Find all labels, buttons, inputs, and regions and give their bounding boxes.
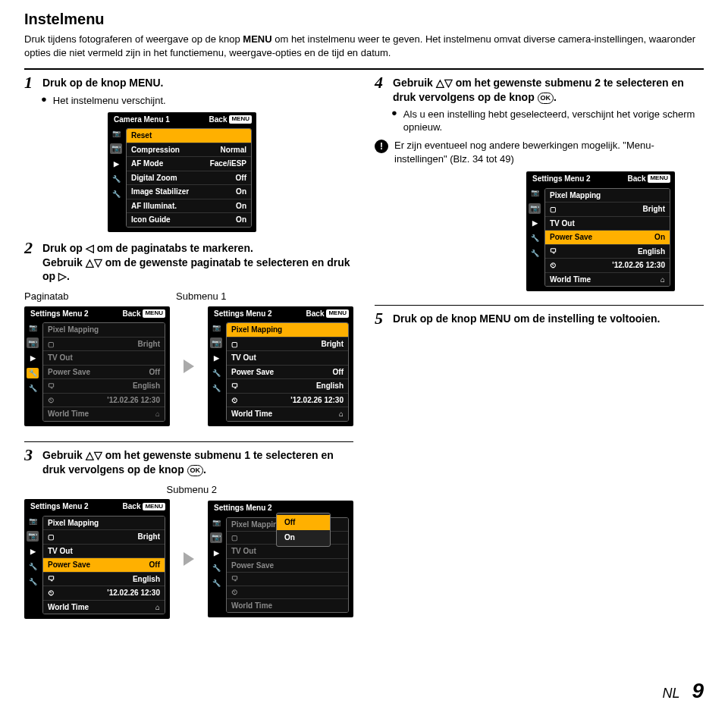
ok-button-icon: OK [538, 93, 554, 104]
settings-menu-popup: Settings Menu 2 BackMENU 📷 📷 ▶ 🔧 🔧 Pixel… [208, 501, 353, 617]
wrench-icon: 🔧 [111, 189, 121, 199]
step-3: 3 Gebruik △▽ om het gewenste submenu 1 t… [24, 448, 353, 477]
step-5: 5 Druk op de knop MENU om de instelling … [375, 312, 704, 327]
settings-menu-tab: Settings Menu 2 BackMENU 📷 📷 ▶ 🔧 🔧 Pixel… [24, 306, 170, 426]
step-4-note: ! Er zijn eventueel nog andere bewerking… [375, 139, 704, 165]
right-triangle-icon: ▷ [58, 270, 67, 282]
page-title: Instelmenu [24, 9, 704, 30]
arrow-right-icon [184, 360, 194, 373]
lang-icon: 🗨 [48, 381, 55, 391]
left-triangle-icon: ◁ [86, 242, 94, 254]
step-1-bullet: ●Het instelmenu verschijnt. [41, 94, 353, 108]
home-icon: ⌂ [155, 409, 160, 419]
display-icon: ▢ [48, 340, 55, 349]
page-footer: NL 9 [662, 677, 704, 705]
step-2-labels: Paginatab Submenu 1 [24, 290, 353, 303]
up-down-triangle-icon: △▽ [86, 449, 102, 461]
ok-button-icon: OK [187, 465, 204, 476]
step-4-bullet: ●Als u een instelling hebt geselecteerd,… [391, 108, 704, 134]
up-down-triangle-icon: △▽ [86, 256, 102, 268]
camera-icon: 📷 [111, 128, 121, 139]
settings-menu-submenu1: Settings Menu 2 BackMENU 📷 📷 ▶ 🔧 🔧 Pixel… [208, 306, 353, 426]
up-down-triangle-icon: △▽ [436, 77, 453, 89]
popup-off-on: Off On [276, 513, 331, 547]
divider [375, 305, 704, 306]
settings-menu-power-save: Settings Menu 2 BackMENU 📷 📷 ▶ 🔧 🔧 Pixel… [24, 499, 170, 619]
menu-word: MENU [243, 33, 271, 45]
arrow-right-icon [184, 552, 194, 566]
camera2-icon: 📷 [110, 143, 122, 154]
intro-text: Druk tijdens fotograferen of weergave op… [24, 33, 704, 59]
submenu2-label: Submenu 2 [24, 483, 353, 497]
settings-menu-result: Settings Menu 2 BackMENU 📷 📷 ▶ 🔧 🔧 Pixel… [526, 171, 675, 291]
clock-icon: ⏲ [48, 396, 55, 405]
step-3-menus: Settings Menu 2 BackMENU 📷 📷 ▶ 🔧 🔧 Pixel… [24, 499, 353, 619]
info-icon: ! [375, 140, 388, 153]
camera-menu-1: Camera Menu 1 BackMENU 📷 📷 ▶ 🔧 🔧 Reset C… [108, 112, 256, 232]
step-2-menus: Settings Menu 2 BackMENU 📷 📷 ▶ 🔧 🔧 Pixel… [24, 306, 353, 426]
play-icon: ▶ [111, 159, 121, 169]
step-2: 2 Druk op ◁ om de paginatabs te markeren… [24, 241, 353, 284]
divider [24, 441, 353, 442]
step-1: 1 Druk op de knop MENU. [24, 76, 353, 91]
wrench-icon: 🔧 [111, 174, 121, 184]
step-4: 4 Gebruik △▽ om het gewenste submenu 2 t… [375, 76, 704, 105]
divider [24, 68, 704, 70]
